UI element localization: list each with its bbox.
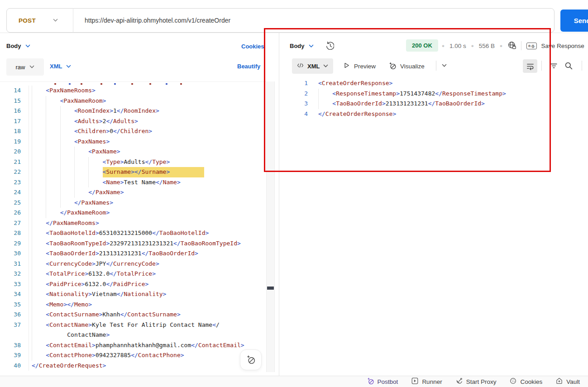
example-badge-icon: e.g. (526, 43, 537, 49)
footer-start-proxy-button[interactable]: Start Proxy (455, 377, 497, 386)
code-line: 19 <PaxNames> (0, 137, 266, 147)
code-line: 22 <Surname></Surname> (0, 167, 266, 177)
scrollbar-thumb[interactable] (267, 287, 274, 290)
footer-runner-button[interactable]: Runner (411, 377, 442, 386)
vault-label: Vault (566, 378, 580, 385)
dot-separator: • (500, 42, 502, 50)
code-line: 4</CreateOrderResponse> (279, 109, 588, 119)
code-line: 33 <PaidPrice>6132.0</PaidPrice> (0, 279, 266, 290)
line-number: 27 (0, 218, 21, 229)
body-format-selector[interactable]: raw (6, 58, 44, 76)
response-body-tab-label: Body (290, 43, 305, 49)
line-number: 22 (0, 167, 21, 177)
search-button[interactable] (564, 61, 574, 71)
response-size: 556 B (479, 43, 495, 49)
line-number: 23 (0, 177, 21, 188)
postbot-label: Postbot (378, 378, 398, 385)
dot-separator: • (471, 42, 474, 50)
request-code-editor[interactable]: 14 <PaxNameRooms>15 <PaxNameRoom>16 <Roo… (0, 81, 266, 371)
code-line: 2 <ResponseTimestamp>1751437482</Respons… (279, 89, 588, 99)
code-line: 20 <PaxName> (0, 147, 266, 157)
postbot-icon (367, 377, 374, 386)
play-icon (343, 62, 350, 71)
response-code-viewer[interactable]: 1<CreateOrderResponse>2 <ResponseTimesta… (279, 78, 588, 119)
code-line: 3 <TaoBaoOrderId>213131231231</TaoBaoOrd… (279, 99, 588, 109)
preview-label: Preview (354, 63, 376, 70)
editor-scrollbar[interactable] (266, 81, 275, 372)
preview-button[interactable]: Preview (343, 62, 376, 71)
beautify-link[interactable]: Beautify (237, 63, 260, 70)
line-number: 2 (279, 89, 308, 99)
filter-button[interactable] (549, 61, 559, 71)
code-line: 16 <RoomIndex>1</RoomIndex> (0, 106, 266, 116)
response-body-tab[interactable]: Body (290, 43, 314, 49)
line-number: 14 (0, 86, 21, 96)
runner-icon (411, 377, 419, 386)
postbot-icon (246, 354, 256, 366)
code-line: 31 <CurrencyCode>JPY</CurrencyCode> (0, 259, 266, 269)
line-number: 39 (0, 350, 21, 361)
code-line: 25 </PaxNames> (0, 198, 266, 208)
word-wrap-button[interactable] (523, 59, 537, 73)
line-number: 15 (0, 96, 21, 106)
line-number: 37 (0, 320, 21, 330)
chevron-down-icon (29, 65, 34, 69)
code-line: 36 <ContactSurname>Khanh</ContactSurname… (0, 310, 266, 320)
code-line: 18 <Children>0</Children> (0, 126, 266, 137)
line-number: 29 (0, 239, 21, 249)
cookies-link[interactable]: Cookies (241, 43, 264, 50)
chevron-down-icon (323, 64, 328, 68)
line-number: 32 (0, 269, 21, 279)
divider (541, 61, 542, 71)
highlighted-code: <Surname></Surname> (103, 167, 205, 177)
chevron-down-icon (309, 44, 314, 48)
line-number: 18 (0, 126, 21, 137)
line-number: 3 (279, 99, 308, 109)
send-button[interactable]: Send (560, 10, 588, 32)
visualize-button[interactable]: Visualize (388, 62, 425, 71)
line-number: 34 (0, 289, 21, 300)
footer-postbot-button[interactable]: Postbot (367, 377, 398, 386)
line-number: 19 (0, 137, 21, 147)
status-badge: 200 OK (406, 39, 438, 52)
magic-wand-icon (388, 62, 397, 71)
footer-vault-button[interactable]: Vault (555, 377, 580, 386)
line-number: 35 (0, 300, 21, 310)
line-number: 25 (0, 198, 21, 208)
line-number: 16 (0, 106, 21, 116)
chevron-down-icon (53, 19, 58, 22)
line-number: 17 (0, 116, 21, 127)
code-line: 21 <Type>Adults</Type> (0, 157, 266, 167)
divider (73, 8, 73, 33)
response-meta: • 1.00 s • 556 B • e.g. Save Response (442, 40, 584, 52)
visualize-label: Visualize (400, 63, 425, 70)
code-icon (297, 62, 304, 71)
url-input[interactable]: https://dev-api-alitrip.ohmyhotel.com/v1… (85, 17, 230, 24)
line-number: 1 (279, 78, 308, 89)
code-line: 37 <ContactName>Kyle Test For Alitrip Co… (0, 320, 266, 330)
network-globe-icon[interactable] (507, 41, 516, 51)
request-language-selector[interactable]: XML (50, 63, 71, 70)
save-response-button[interactable]: e.g. Save Response (526, 43, 584, 49)
request-url-bar: POST https://dev-api-alitrip.ohmyhotel.c… (6, 8, 555, 33)
line-number: 36 (0, 310, 21, 320)
code-line: 32 <TotalPrice>6132.0</TotalPrice> (0, 269, 266, 279)
line-number (0, 330, 21, 340)
response-language-label: XML (307, 63, 320, 70)
footer-cookies-button[interactable]: Cookies (509, 377, 542, 386)
method-selector[interactable]: POST (7, 17, 73, 24)
postbot-button[interactable] (240, 349, 262, 370)
dot-separator: • (442, 42, 445, 50)
response-history-icon[interactable] (325, 41, 334, 52)
line-number: 33 (0, 279, 21, 290)
line-number: 20 (0, 147, 21, 157)
divider (521, 41, 521, 50)
response-language-selector[interactable]: XML (292, 58, 333, 74)
code-line: 1<CreateOrderResponse> (279, 78, 588, 89)
request-body-tab[interactable]: Body (6, 43, 30, 49)
code-line: 24 </PaxName> (0, 187, 266, 198)
line-number: 21 (0, 157, 21, 167)
request-language-label: XML (50, 63, 62, 70)
chevron-down-icon[interactable] (442, 64, 447, 67)
footer-bar: Postbot Runner Start Proxy Cookies Vault (0, 376, 588, 387)
